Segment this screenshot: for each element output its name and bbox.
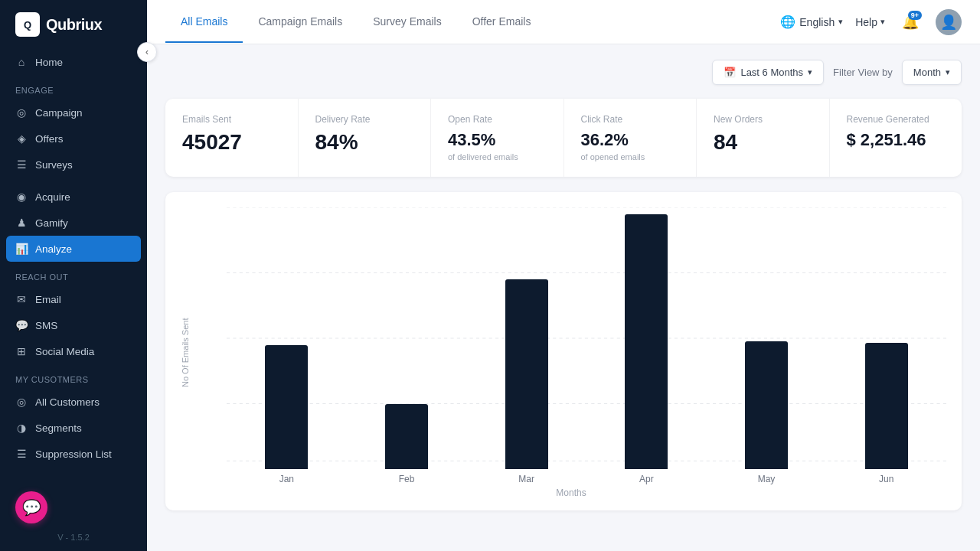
sidebar-item-label: Campaign [35, 107, 83, 119]
x-axis-labels: JanFebMarAprMayJun [196, 474, 946, 484]
avatar-placeholder: 👤 [940, 14, 957, 31]
notification-badge: 9+ [908, 11, 922, 20]
x-label-jun: Jun [826, 474, 946, 484]
stat-emails-sent: Emails Sent 45027 [165, 99, 299, 177]
stat-label: Delivery Rate [315, 114, 414, 125]
page-content: 📅 Last 6 Months ▾ Filter View by Month ▾… [147, 44, 980, 551]
top-navigation: All Emails Campaign Emails Survey Emails… [147, 0, 980, 44]
stat-sub: of delivered emails [448, 152, 547, 161]
logo: Q Qubriux [0, 0, 147, 49]
chart-body: 400 300 200 100 0 JanFebMarAprMayJun [196, 207, 946, 498]
sms-icon: 💬 [15, 319, 28, 331]
sidebar-item-home[interactable]: ⌂ Home [0, 49, 147, 75]
help-button[interactable]: Help ▾ [855, 16, 885, 28]
bar-feb [385, 404, 428, 470]
offers-icon: ◈ [15, 132, 28, 145]
bar-may [745, 341, 788, 469]
filter-view-label: Filter View by [833, 67, 893, 78]
sidebar-item-label: Segments [35, 422, 82, 434]
main-content: All Emails Campaign Emails Survey Emails… [147, 0, 980, 551]
stat-click-rate: Click Rate 36.2% of opened emails [564, 99, 697, 177]
sidebar-item-label: Email [35, 294, 61, 305]
logo-box: Q [15, 12, 40, 37]
bar-mar [505, 279, 548, 469]
sidebar-item-suppression-list[interactable]: ☰ Suppression List [0, 441, 147, 467]
notifications-button[interactable]: 🔔 9+ [897, 9, 923, 35]
chat-button[interactable]: 💬 [15, 491, 47, 523]
logo-text: Qubriux [46, 16, 102, 34]
sidebar-item-analyze[interactable]: 📊 Analyze [6, 236, 141, 262]
x-label-mar: Mar [466, 474, 586, 484]
sidebar-item-all-customers[interactable]: ◎ All Customers [0, 389, 147, 415]
calendar-icon: 📅 [724, 67, 736, 78]
bar-group [227, 207, 347, 469]
chevron-left-icon: ‹ [145, 47, 149, 57]
version-label: V - 1.5.2 [0, 533, 147, 542]
chevron-down-icon: ▾ [838, 17, 843, 27]
sidebar-item-email[interactable]: ✉ Email [0, 286, 147, 312]
bar-group [347, 207, 467, 469]
all-customers-icon: ◎ [15, 396, 28, 408]
sidebar-item-acquire[interactable]: ◉ Acquire [0, 184, 147, 210]
sidebar-item-label: Acquire [35, 191, 70, 203]
stat-value: 84% [315, 131, 414, 155]
filter-bar: 📅 Last 6 Months ▾ Filter View by Month ▾ [165, 60, 962, 85]
sidebar-item-label: Social Media [35, 346, 94, 357]
chart-wrapper: No Of Emails Sent [181, 207, 946, 498]
bar-apr [625, 214, 668, 469]
campaign-icon: ◎ [15, 106, 28, 119]
sidebar-item-label: Home [35, 57, 63, 68]
globe-icon: 🌐 [780, 15, 795, 29]
acquire-icon: ◉ [15, 191, 28, 203]
tab-survey-emails[interactable]: Survey Emails [358, 2, 456, 43]
chevron-down-icon: ▾ [808, 67, 812, 77]
x-label-feb: Feb [347, 474, 467, 484]
x-label-apr: Apr [586, 474, 707, 484]
stat-value: 36.2% [581, 131, 680, 149]
sidebar-item-label: Surveys [35, 159, 73, 171]
sidebar-item-label: Suppression List [35, 448, 112, 460]
suppression-icon: ☰ [15, 448, 28, 460]
bar-chart: No Of Emails Sent [165, 192, 962, 510]
sidebar-item-gamify[interactable]: ♟ Gamify [0, 210, 147, 236]
sidebar-collapse-button[interactable]: ‹ [137, 42, 157, 62]
x-label-may: May [707, 474, 827, 484]
sidebar-item-segments[interactable]: ◑ Segments [0, 415, 147, 441]
date-range-button[interactable]: 📅 Last 6 Months ▾ [712, 60, 824, 85]
stat-value: 43.5% [448, 131, 547, 149]
bar-group [707, 207, 827, 469]
chart-area: 400 300 200 100 0 [196, 207, 946, 469]
bar-group [826, 207, 946, 469]
chevron-down-icon: ▾ [946, 67, 950, 77]
bar-group [466, 207, 586, 469]
tab-offer-emails[interactable]: Offer Emails [457, 2, 547, 43]
sidebar-item-sms[interactable]: 💬 SMS [0, 312, 147, 338]
nav-tabs: All Emails Campaign Emails Survey Emails… [165, 2, 780, 43]
user-avatar[interactable]: 👤 [936, 9, 962, 35]
segments-icon: ◑ [15, 422, 28, 434]
stat-value: 45027 [182, 131, 281, 155]
x-label-jan: Jan [227, 474, 347, 484]
sidebar-item-label: Gamify [35, 217, 68, 229]
period-filter-button[interactable]: Month ▾ [902, 60, 962, 85]
x-axis-title: Months [196, 487, 946, 498]
sidebar-section-engage: Engage [0, 75, 147, 99]
stat-sub: of opened emails [581, 152, 680, 161]
sidebar-item-label: Analyze [35, 243, 72, 255]
language-selector[interactable]: 🌐 English ▾ [780, 15, 843, 29]
tab-all-emails[interactable]: All Emails [165, 2, 243, 43]
sidebar-item-surveys[interactable]: ☰ Surveys [0, 152, 147, 178]
surveys-icon: ☰ [15, 158, 28, 171]
sidebar-item-social-media[interactable]: ⊞ Social Media [0, 338, 147, 364]
stat-label: Revenue Generated [847, 114, 946, 125]
sidebar-item-offers[interactable]: ◈ Offers [0, 126, 147, 152]
analyze-icon: 📊 [15, 243, 28, 255]
stat-label: Open Rate [448, 114, 547, 125]
sidebar: Q Qubriux ⌂ Home Engage ◎ Campaign ◈ Off… [0, 0, 147, 551]
tab-campaign-emails[interactable]: Campaign Emails [243, 2, 358, 43]
bars-container [227, 207, 946, 469]
sidebar-item-label: SMS [35, 320, 57, 331]
chevron-down-icon: ▾ [880, 17, 885, 27]
sidebar-item-campaign[interactable]: ◎ Campaign [0, 99, 147, 126]
date-range-label: Last 6 Months [740, 67, 803, 78]
